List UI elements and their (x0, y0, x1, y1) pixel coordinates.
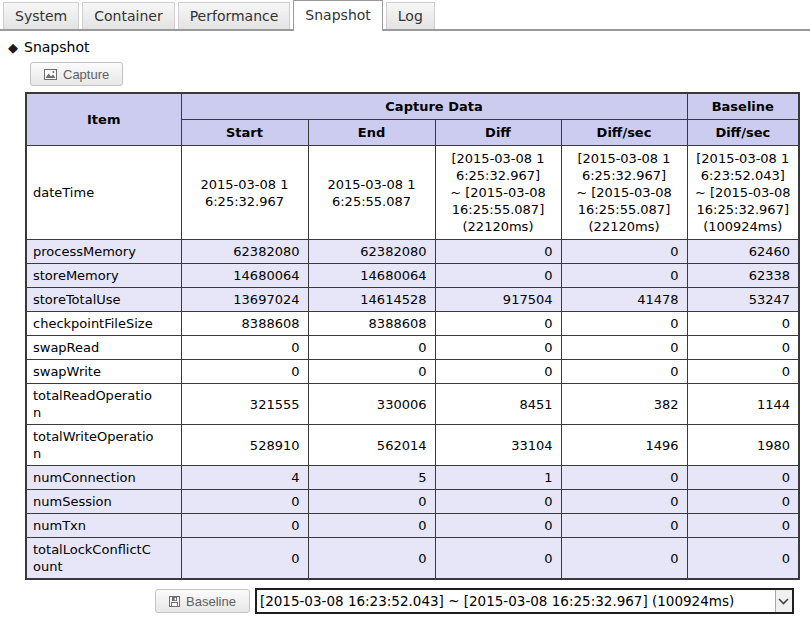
value-cell: 4 (181, 466, 308, 490)
value-cell: 0 (435, 264, 561, 288)
table-row: storeTotalUse136970241461452891750441478… (26, 288, 799, 312)
diamond-bullet-icon: ◆ (8, 40, 18, 55)
value-cell: 1496 (561, 425, 687, 466)
value-cell: 13697024 (181, 288, 308, 312)
value-cell: 0 (181, 514, 308, 538)
page-title: Snapshot (24, 39, 89, 55)
header-baseline-diff-sec: Diff/sec (687, 120, 799, 146)
value-cell: 0 (435, 490, 561, 514)
value-cell: 0 (687, 360, 799, 384)
value-cell: 33104 (435, 425, 561, 466)
value-cell: 0 (561, 538, 687, 580)
value-cell: 62382080 (308, 240, 435, 264)
item-cell: storeTotalUse (26, 288, 181, 312)
header-diff: Diff (435, 120, 561, 146)
value-cell: 0 (687, 466, 799, 490)
value-cell: 1144 (687, 384, 799, 425)
value-cell: 0 (435, 360, 561, 384)
table-row: checkpointFileSize83886088388608000 (26, 312, 799, 336)
value-cell: 0 (181, 360, 308, 384)
value-cell: 0 (435, 336, 561, 360)
table-header-row-1: Item Capture Data Baseline (26, 93, 799, 120)
item-cell: numTxn (26, 514, 181, 538)
value-cell: 2015-03-08 16:25:32.967 (181, 146, 308, 240)
value-cell: 0 (181, 490, 308, 514)
tab-performance[interactable]: Performance (178, 2, 291, 29)
value-cell: 321555 (181, 384, 308, 425)
value-cell: 0 (435, 240, 561, 264)
baseline-button[interactable]: Baseline (155, 589, 250, 613)
value-cell: 14680064 (308, 264, 435, 288)
value-cell: 62460 (687, 240, 799, 264)
tab-snapshot[interactable]: Snapshot (293, 0, 382, 31)
value-cell: 0 (435, 514, 561, 538)
capture-button[interactable]: Capture (30, 62, 123, 86)
value-cell: 0 (561, 360, 687, 384)
value-cell: 62382080 (181, 240, 308, 264)
value-cell: 330006 (308, 384, 435, 425)
table-row: swapRead00000 (26, 336, 799, 360)
table-row: totalReadOperation3215553300068451382114… (26, 384, 799, 425)
value-cell: 0 (561, 336, 687, 360)
item-cell: swapRead (26, 336, 181, 360)
item-cell: totalReadOperation (26, 384, 181, 425)
value-cell: 8451 (435, 384, 561, 425)
item-cell: totalWriteOperation (26, 425, 181, 466)
capture-image-icon (44, 69, 57, 80)
value-cell: 62338 (687, 264, 799, 288)
table-row: storeMemory14680064146800640062338 (26, 264, 799, 288)
value-cell: 1 (435, 466, 561, 490)
value-cell: 0 (687, 514, 799, 538)
tab-system[interactable]: System (3, 2, 79, 29)
table-row: numTxn00000 (26, 514, 799, 538)
value-cell: 53247 (687, 288, 799, 312)
header-capture-data: Capture Data (181, 93, 687, 120)
value-cell: 1980 (687, 425, 799, 466)
value-cell: 0 (561, 466, 687, 490)
snapshot-table: Item Capture Data Baseline Start End Dif… (25, 92, 800, 580)
table-row: totalLockConflictCount00000 (26, 538, 799, 580)
tab-container[interactable]: Container (82, 2, 174, 29)
value-cell: 0 (561, 264, 687, 288)
value-cell: 528910 (181, 425, 308, 466)
baseline-select[interactable]: [2015-03-08 16:23:52.043] ~ [2015-03-08 … (255, 588, 794, 614)
value-cell: 5 (308, 466, 435, 490)
header-baseline: Baseline (687, 93, 799, 120)
table-row: swapWrite00000 (26, 360, 799, 384)
value-cell: 0 (181, 538, 308, 580)
value-cell: 917504 (435, 288, 561, 312)
baseline-controls: Baseline [2015-03-08 16:23:52.043] ~ [20… (155, 588, 810, 614)
table-row: processMemory62382080623820800062460 (26, 240, 799, 264)
baseline-button-label: Baseline (186, 594, 236, 609)
header-start: Start (181, 120, 308, 146)
item-cell: checkpointFileSize (26, 312, 181, 336)
table-row: dateTime2015-03-08 16:25:32.9672015-03-0… (26, 146, 799, 240)
value-cell: 0 (687, 490, 799, 514)
header-end: End (308, 120, 435, 146)
tab-log[interactable]: Log (386, 2, 435, 29)
value-cell: 382 (561, 384, 687, 425)
item-cell: numConnection (26, 466, 181, 490)
value-cell: 2015-03-08 16:25:55.087 (308, 146, 435, 240)
value-cell: 0 (308, 514, 435, 538)
value-cell: 562014 (308, 425, 435, 466)
value-cell: 0 (308, 360, 435, 384)
value-cell: 0 (687, 312, 799, 336)
value-cell: 8388608 (308, 312, 435, 336)
value-cell: 0 (687, 538, 799, 580)
baseline-disk-icon (169, 596, 180, 607)
item-cell: storeMemory (26, 264, 181, 288)
value-cell: 0 (308, 336, 435, 360)
header-diff-sec: Diff/sec (561, 120, 687, 146)
table-row: numConnection45100 (26, 466, 799, 490)
value-cell: 0 (435, 312, 561, 336)
value-cell: 14680064 (181, 264, 308, 288)
baseline-select-value: [2015-03-08 16:23:52.043] ~ [2015-03-08 … (257, 593, 775, 609)
table-row: numSession00000 (26, 490, 799, 514)
value-cell: 0 (181, 336, 308, 360)
value-cell: 0 (308, 538, 435, 580)
header-item: Item (26, 93, 181, 146)
value-cell: [2015-03-08 16:25:32.967] ~ [2015-03-08 … (435, 146, 561, 240)
tab-bar: System Container Performance Snapshot Lo… (0, 0, 810, 31)
value-cell: 0 (561, 490, 687, 514)
